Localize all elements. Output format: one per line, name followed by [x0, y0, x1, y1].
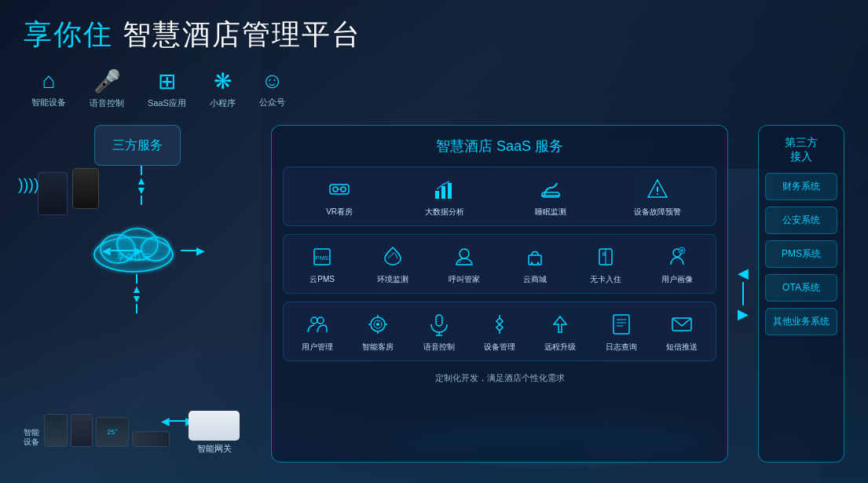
- voicectrl-icon: [425, 310, 453, 338]
- pms-label: 云PMS: [309, 274, 335, 285]
- gateway-label: 智能网关: [197, 443, 232, 455]
- saas-item-sms: 短信推送: [661, 310, 704, 353]
- tablet-device: [38, 172, 68, 215]
- smart-door: [71, 414, 93, 447]
- mini-program-icon: ❋: [214, 68, 232, 94]
- saas-section: 智慧酒店 SaaS 服务 VR看房 大数据分析: [271, 125, 728, 463]
- smartroom-label: 智能客房: [362, 342, 394, 353]
- saas-app-icon: ⊞: [158, 68, 176, 94]
- svg-point-19: [531, 262, 533, 265]
- left-h-arrow: ◀ ▶: [102, 244, 143, 257]
- page-title: 享你住 智慧酒店管理平台: [24, 16, 844, 54]
- svg-rect-36: [436, 315, 442, 326]
- svg-point-14: [657, 193, 658, 195]
- svg-rect-23: [602, 252, 606, 256]
- main-layout: 三方服务 ▲ ▼ )))): [24, 125, 844, 463]
- svg-point-26: [680, 249, 683, 252]
- smart-device-label: 智能设备: [31, 97, 66, 108]
- svg-point-7: [333, 187, 338, 192]
- fault-label: 设备故障预警: [634, 207, 681, 218]
- title-prefix: 享你住: [24, 18, 113, 50]
- saas-item-usermgr: 用户管理: [295, 310, 339, 353]
- saas-item-voicectrl: 语音控制: [417, 310, 460, 353]
- checkin-icon: [591, 243, 620, 271]
- svg-rect-41: [613, 315, 629, 334]
- portrait-label: 用户画像: [661, 274, 693, 285]
- saas-item-env: 环境监测: [372, 243, 415, 285]
- env-label: 环境监测: [377, 274, 408, 285]
- saas-item-smartroom: 智能客房: [357, 310, 400, 353]
- mini-program-label: 小程序: [210, 97, 236, 109]
- sleep-icon: [537, 175, 565, 203]
- pms-system[interactable]: PMS系统: [765, 240, 837, 268]
- checkin-label: 无卡入住: [590, 274, 621, 285]
- devmgr-label: 设备管理: [484, 342, 515, 353]
- voicectrl-label: 语音控制: [423, 342, 455, 353]
- third-party-title: 第三方接入: [765, 135, 837, 163]
- right-h-arrow: ▶: [181, 244, 205, 257]
- smart-thermostat: 25°: [96, 417, 129, 447]
- saas-item-checkin: 无卡入住: [584, 243, 628, 285]
- third-party-access-section: 第三方接入 财务系统 公安系统 PMS系统 OTA系统 其他业务系统: [758, 125, 844, 463]
- icon-voice-control: 🎤 语音控制: [90, 68, 124, 109]
- svg-point-27: [311, 317, 317, 324]
- bigdata-label: 大数据分析: [425, 207, 464, 218]
- saas-item-upgrade: 远程升级: [539, 310, 582, 353]
- shop-icon: [521, 243, 549, 271]
- icon-mini-program: ❋ 小程序: [210, 68, 236, 109]
- svg-point-31: [376, 323, 379, 326]
- police-system[interactable]: 公安系统: [765, 207, 837, 234]
- smartroom-icon: [364, 310, 392, 338]
- svg-rect-10: [441, 186, 445, 199]
- vr-label: VR看房: [326, 207, 353, 218]
- saas-row-1: VR看房 大数据分析 睡眠监测: [283, 166, 716, 226]
- ota-system[interactable]: OTA系统: [765, 274, 837, 302]
- left-section: 三方服务 ▲ ▼ )))): [24, 125, 255, 463]
- icon-saas-app: ⊞ SaaS应用: [148, 68, 186, 109]
- down-arrows-top: ▲ ▼: [136, 166, 147, 205]
- voice-cylinder: [72, 168, 99, 209]
- bigdata-icon: [430, 175, 459, 203]
- svg-text:PMS: PMS: [315, 254, 328, 262]
- saas-app-label: SaaS应用: [148, 97, 186, 109]
- gateway-image: [189, 411, 240, 441]
- smart-panel-1: [44, 414, 68, 447]
- official-account-label: 公众号: [259, 97, 285, 108]
- saas-item-shop: 云商城: [514, 243, 557, 285]
- left-devices: )))): [38, 172, 68, 215]
- fault-icon: [643, 175, 672, 203]
- svg-point-28: [317, 317, 324, 324]
- voice-control-icon: 🎤: [93, 68, 121, 94]
- env-icon: [379, 243, 407, 271]
- upgrade-label: 远程升级: [544, 342, 576, 353]
- voice-device-box: [72, 168, 99, 209]
- sms-icon: [668, 310, 696, 338]
- saas-item-sleep: 睡眠监测: [529, 175, 572, 218]
- icon-smart-device: ⌂ 智能设备: [31, 68, 66, 109]
- top-icons-row: ⌂ 智能设备 🎤 语音控制 ⊞ SaaS应用 ❋ 小程序 ☺ 公众号: [31, 68, 844, 109]
- saas-row-2: PMS 云PMS 环境监测 呼叫管家: [283, 234, 716, 294]
- portrait-icon: [663, 243, 691, 271]
- down-arrows-bottom: ▲ ▼: [131, 274, 142, 313]
- saas-item-fault: 设备故障预警: [634, 175, 681, 218]
- sms-label: 短信推送: [666, 342, 698, 353]
- saas-row-3: 用户管理 智能客房 语音控制: [283, 302, 716, 361]
- saas-item-pms: PMS 云PMS: [301, 243, 344, 285]
- saas-title: 智慧酒店 SaaS 服务: [283, 137, 716, 156]
- finance-system[interactable]: 财务系统: [765, 173, 837, 200]
- title-suffix: 智慧酒店管理平台: [113, 18, 361, 50]
- wifi-icon: )))): [18, 176, 39, 194]
- saas-item-butler: 呼叫管家: [442, 243, 485, 285]
- devmgr-icon: [485, 310, 514, 338]
- usermgr-icon: [303, 310, 331, 338]
- gateway-section: 智能网关: [189, 411, 240, 455]
- smart-devices-bottom: 智能设备 25°: [24, 414, 170, 447]
- icon-official-account: ☺ 公众号: [259, 68, 285, 109]
- butler-label: 呼叫管家: [449, 274, 480, 285]
- shop-label: 云商城: [523, 274, 547, 285]
- usermgr-label: 用户管理: [302, 342, 333, 353]
- saas-item-vr: VR看房: [318, 175, 361, 218]
- pms-icon: PMS: [308, 243, 336, 271]
- saas-item-bigdata: 大数据分析: [423, 175, 467, 218]
- other-system[interactable]: 其他业务系统: [765, 308, 837, 335]
